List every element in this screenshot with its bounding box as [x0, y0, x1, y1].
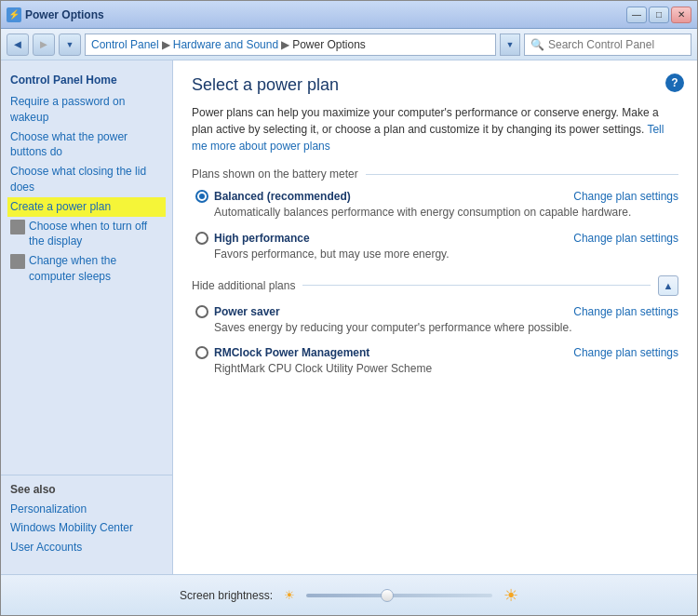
plan-power-saver-header: Power saver Change plan settings: [195, 305, 678, 318]
plan-rmclock-desc: RightMark CPU Clock Utility Power Scheme: [214, 361, 678, 377]
brightness-bright-icon: ☀: [503, 585, 518, 606]
battery-meter-header: Plans shown on the battery meter: [192, 167, 678, 181]
minimize-button[interactable]: —: [626, 7, 647, 23]
bottom-bar: Screen brightness: ☀ ☀: [1, 574, 697, 615]
monitor-icon: [10, 220, 25, 234]
minimize-icon: —: [632, 9, 641, 20]
sidebar-item-create-plan[interactable]: Create a power plan: [7, 197, 166, 217]
plan-balanced-header: Balanced (recommended) Change plan setti…: [195, 190, 678, 203]
plan-balanced: Balanced (recommended) Change plan setti…: [192, 190, 678, 221]
sleep-icon: [10, 254, 25, 269]
plan-high-performance: High performance Change plan settings Fa…: [192, 232, 678, 262]
plan-rmclock-header: RMClock Power Management Change plan set…: [195, 346, 678, 359]
page-description: Power plans can help you maximize your c…: [192, 104, 678, 154]
main-panel: ? Select a power plan Power plans can he…: [173, 60, 697, 574]
plan-power-saver-radio-label[interactable]: Power saver: [195, 305, 280, 318]
plan-high-performance-radio[interactable]: [195, 232, 208, 245]
recent-pages-button[interactable]: ▼: [59, 33, 81, 56]
breadcrumb-control-panel[interactable]: Control Panel: [91, 38, 159, 51]
help-button[interactable]: ?: [665, 74, 684, 92]
help-icon: ?: [671, 76, 678, 89]
close-button[interactable]: ✕: [671, 7, 691, 23]
plan-rmclock-radio-label[interactable]: RMClock Power Management: [195, 346, 369, 359]
sidebar-item-closing-lid[interactable]: Choose what closing the lid does: [10, 162, 163, 197]
address-bar: ◄ ► ▼ Control Panel ▶ Hardware and Sound…: [1, 29, 697, 60]
sidebar-item-mobility-center[interactable]: Windows Mobility Center: [10, 518, 163, 538]
plan-power-saver: Power saver Change plan settings Saves e…: [192, 305, 678, 336]
title-bar: ⚡ Power Options — □ ✕: [1, 1, 697, 29]
search-box-icon: 🔍: [530, 38, 544, 51]
main-window: ⚡ Power Options — □ ✕ ◄ ► ▼ Control P: [0, 0, 698, 616]
window-icon: ⚡: [7, 7, 21, 22]
breadcrumb-hardware-sound[interactable]: Hardware and Sound: [173, 38, 278, 51]
sidebar-item-power-buttons[interactable]: Choose what the power buttons do: [10, 127, 163, 163]
sidebar-item-personalization[interactable]: Personalization: [10, 500, 163, 519]
back-icon: ◄: [12, 37, 24, 51]
brightness-slider[interactable]: [306, 594, 492, 597]
plan-high-performance-header: High performance Change plan settings: [195, 232, 678, 245]
plan-balanced-name: Balanced (recommended): [214, 190, 351, 203]
sidebar-item-require-password[interactable]: Require a password on wakeup: [10, 92, 163, 127]
additional-plans-toggle[interactable]: ▲: [658, 275, 678, 296]
sidebar-item-user-accounts[interactable]: User Accounts: [10, 538, 163, 557]
additional-header-line: [302, 285, 651, 286]
plan-rmclock-change-link[interactable]: Change plan settings: [573, 346, 678, 359]
plan-rmclock: RMClock Power Management Change plan set…: [192, 346, 678, 377]
breadcrumb-current: Power Options: [292, 38, 366, 51]
plan-power-saver-name: Power saver: [214, 305, 280, 318]
brightness-thumb[interactable]: [381, 589, 394, 602]
plan-balanced-radio-label[interactable]: Balanced (recommended): [195, 190, 351, 203]
brightness-dim-icon: ☀: [284, 588, 295, 602]
see-also-title: See also: [10, 483, 163, 496]
dropdown-icon: ▼: [66, 40, 74, 49]
header-line: [366, 174, 678, 175]
address-dropdown-icon: ▼: [506, 40, 515, 49]
search-box: 🔍: [524, 33, 691, 56]
brightness-label: Screen brightness:: [180, 589, 273, 602]
maximize-button[interactable]: □: [649, 7, 669, 23]
plan-high-performance-change-link[interactable]: Change plan settings: [573, 232, 678, 245]
sidebar-item-computer-sleeps[interactable]: Change when the computer sleeps: [10, 251, 163, 287]
battery-meter-plans: Plans shown on the battery meter Balance…: [192, 167, 678, 262]
address-dropdown-button[interactable]: ▼: [500, 33, 520, 56]
toggle-up-icon: ▲: [664, 280, 674, 291]
maximize-icon: □: [656, 9, 662, 20]
title-bar-controls: — □ ✕: [626, 7, 691, 23]
plan-power-saver-radio[interactable]: [195, 305, 208, 318]
plan-high-performance-name: High performance: [214, 232, 310, 245]
plan-power-saver-desc: Saves energy by reducing your computer's…: [214, 320, 678, 336]
close-icon: ✕: [678, 9, 685, 20]
page-title: Select a power plan: [192, 75, 678, 95]
address-path: Control Panel ▶ Hardware and Sound ▶ Pow…: [85, 33, 496, 56]
sidebar-title: Control Panel Home: [10, 70, 163, 87]
battery-meter-label: Plans shown on the battery meter: [192, 167, 366, 181]
additional-plans-label: Hide additional plans: [192, 279, 302, 292]
sidebar: Control Panel Home Require a password on…: [1, 60, 173, 574]
search-input[interactable]: [548, 38, 688, 51]
forward-icon: ►: [38, 37, 50, 51]
plan-balanced-change-link[interactable]: Change plan settings: [573, 190, 678, 203]
plan-balanced-radio[interactable]: [195, 190, 208, 203]
title-bar-left: ⚡ Power Options: [7, 7, 104, 22]
sidebar-item-turn-off-display[interactable]: Choose when to turn off the display: [10, 217, 163, 252]
plan-high-performance-radio-label[interactable]: High performance: [195, 232, 310, 245]
content-area: Control Panel Home Require a password on…: [1, 60, 697, 574]
see-also-section: See also Personalization Windows Mobilit…: [1, 475, 172, 565]
plan-power-saver-change-link[interactable]: Change plan settings: [573, 305, 678, 318]
plan-high-performance-desc: Favors performance, but may use more ene…: [214, 247, 678, 262]
forward-button[interactable]: ►: [33, 33, 55, 56]
sidebar-nav: Control Panel Home Require a password on…: [1, 70, 172, 287]
back-button[interactable]: ◄: [7, 33, 29, 56]
window-title: Power Options: [25, 8, 104, 21]
plan-rmclock-name: RMClock Power Management: [214, 346, 369, 359]
additional-plans-header: Hide additional plans ▲: [192, 275, 678, 296]
plan-balanced-desc: Automatically balances performance with …: [214, 205, 678, 221]
additional-plans-section: Hide additional plans ▲ Power saver Chan…: [192, 275, 678, 378]
plan-rmclock-radio[interactable]: [195, 346, 208, 359]
